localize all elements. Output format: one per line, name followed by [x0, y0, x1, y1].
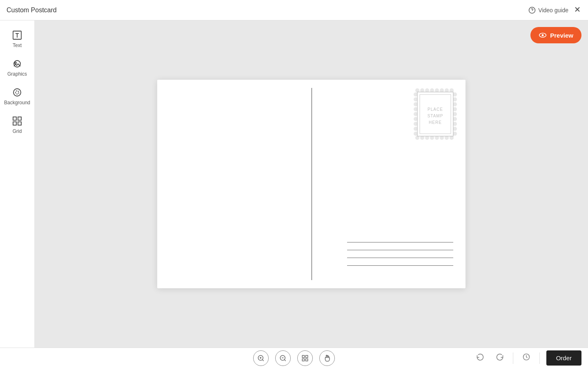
stamp-svg: PLACE STAMP HERE	[413, 88, 457, 140]
order-label: Order	[556, 355, 572, 361]
fit-icon	[301, 355, 309, 362]
address-line-4	[347, 265, 453, 266]
undo-icon	[476, 353, 484, 361]
toolbar-divider-2	[539, 352, 540, 364]
sidebar-background-label: Background	[4, 100, 30, 105]
zoom-in-button[interactable]	[253, 350, 269, 366]
close-icon	[573, 5, 581, 13]
canvas-area: Preview	[35, 20, 588, 348]
svg-rect-64	[306, 355, 308, 357]
address-line-3	[347, 258, 453, 258]
history-icon	[522, 353, 530, 361]
address-line-2	[347, 250, 453, 250]
svg-text:STAMP: STAMP	[428, 114, 443, 118]
top-bar: Custom Postcard Video guide	[0, 0, 588, 20]
eye-icon	[539, 31, 547, 39]
sidebar-text-label: Text	[13, 43, 22, 48]
address-line-1	[347, 242, 453, 242]
svg-text:HERE: HERE	[429, 120, 442, 125]
help-icon	[528, 7, 536, 14]
zoom-out-button[interactable]	[275, 350, 291, 366]
svg-point-16	[542, 34, 544, 36]
graphics-icon	[11, 58, 23, 70]
bottom-center-tools	[253, 350, 335, 366]
svg-line-61	[284, 359, 285, 361]
bottom-right-tools: Order	[474, 350, 581, 366]
sidebar: Text Graphics Background	[0, 20, 35, 348]
svg-text:PLACE: PLACE	[428, 107, 443, 112]
undo-button[interactable]	[474, 351, 487, 365]
pan-button[interactable]	[319, 350, 335, 366]
fit-button[interactable]	[297, 350, 313, 366]
order-button[interactable]: Order	[546, 350, 581, 366]
svg-line-57	[262, 359, 263, 361]
svg-rect-11	[13, 117, 16, 120]
preview-label: Preview	[550, 32, 573, 39]
svg-rect-14	[18, 122, 21, 125]
sidebar-item-text[interactable]: Text	[0, 25, 34, 53]
close-button[interactable]	[573, 5, 581, 15]
zoom-out-icon	[279, 355, 287, 362]
redo-icon	[496, 353, 504, 361]
sidebar-item-grid[interactable]: Grid	[0, 110, 34, 139]
background-icon	[11, 87, 23, 98]
stamp-area: PLACE STAMP HERE	[413, 88, 457, 140]
grid-icon	[11, 115, 23, 127]
redo-button[interactable]	[493, 351, 506, 365]
svg-rect-65	[302, 359, 304, 361]
topbar-right: Video guide	[528, 5, 581, 15]
text-icon	[11, 29, 23, 41]
video-guide-button[interactable]: Video guide	[528, 7, 568, 14]
svg-rect-63	[302, 355, 304, 357]
sidebar-grid-label: Grid	[13, 128, 22, 134]
svg-point-8	[15, 62, 16, 64]
toolbar-divider	[513, 352, 513, 364]
address-lines	[347, 242, 453, 266]
svg-point-9	[13, 89, 21, 96]
bottom-toolbar: Order	[0, 348, 588, 368]
svg-rect-66	[306, 359, 308, 361]
svg-rect-13	[13, 122, 16, 125]
postcard-divider	[312, 88, 312, 280]
sidebar-item-graphics[interactable]: Graphics	[0, 53, 34, 82]
postcard-canvas[interactable]: PLACE STAMP HERE	[157, 80, 466, 288]
history-button[interactable]	[520, 351, 533, 365]
sidebar-graphics-label: Graphics	[7, 71, 27, 77]
preview-button[interactable]: Preview	[530, 27, 581, 43]
video-guide-label: Video guide	[538, 7, 568, 13]
page-title: Custom Postcard	[7, 7, 57, 14]
pan-icon	[323, 355, 331, 362]
sidebar-item-background[interactable]: Background	[0, 82, 34, 110]
svg-rect-12	[18, 117, 21, 120]
zoom-in-icon	[257, 355, 265, 362]
svg-point-10	[16, 91, 19, 94]
